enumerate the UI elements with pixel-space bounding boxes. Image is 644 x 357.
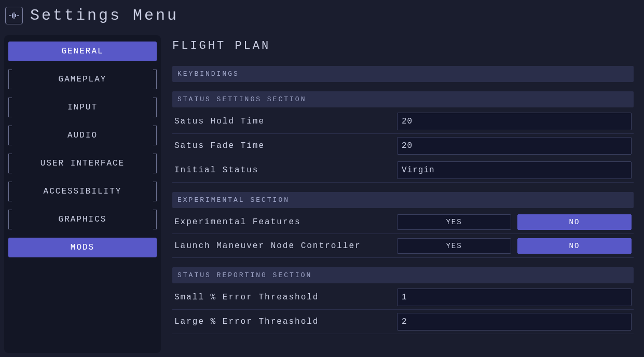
sidebar-item-general[interactable]: GENERAL — [8, 42, 157, 61]
settings-main: FLIGHT PLAN KEYBINDINGS STATUS SETTINGS … — [166, 35, 640, 353]
sidebar-item-label: GENERAL — [61, 47, 103, 56]
app-header: Settings Menu — [0, 0, 644, 31]
sidebar-item-label: GRAPHICS — [59, 215, 107, 224]
label-experimental-features: Experimental Features — [174, 217, 397, 227]
section-body-status: Satus Hold Time Satus Fade Time Initial … — [172, 109, 634, 183]
section-header-experimental[interactable]: EXPERIMENTAL SECTION — [172, 192, 634, 208]
input-status-fade-time[interactable] — [397, 137, 632, 155]
section-body-experimental: Experimental Features YES NO Launch Mane… — [172, 210, 634, 258]
control-experimental-features: YES NO — [397, 214, 632, 230]
sidebar-item-accessibility[interactable]: ACCESSIBILITY — [8, 182, 157, 201]
sidebar-item-mods[interactable]: MODS — [8, 238, 157, 257]
app-body: GENERAL GAMEPLAY INPUT AUDIO USER INTERF… — [0, 31, 644, 357]
row-status-hold-time: Satus Hold Time — [172, 109, 634, 134]
settings-sidebar: GENERAL GAMEPLAY INPUT AUDIO USER INTERF… — [4, 35, 161, 353]
toggle-launch-maneuver-yes[interactable]: YES — [397, 238, 511, 254]
control-launch-maneuver: YES NO — [397, 238, 632, 254]
row-experimental-features: Experimental Features YES NO — [172, 210, 634, 234]
label-large-error: Large % Error Threashold — [174, 317, 397, 326]
row-large-error: Large % Error Threashold — [172, 310, 634, 334]
input-large-error[interactable] — [397, 313, 632, 331]
sidebar-item-label: GAMEPLAY — [59, 75, 107, 84]
settings-icon — [5, 7, 23, 24]
input-status-hold-time[interactable] — [397, 113, 632, 130]
sidebar-item-label: ACCESSIBILITY — [44, 187, 122, 196]
input-initial-status[interactable] — [397, 161, 632, 179]
sidebar-item-label: USER INTERFACE — [40, 159, 125, 168]
control-initial-status — [397, 161, 632, 179]
toggle-experimental-features: YES NO — [397, 214, 632, 230]
sidebar-item-label: MODS — [71, 243, 94, 252]
svg-rect-2 — [12, 13, 13, 18]
page-heading: Settings Menu — [30, 7, 179, 24]
section-header-status[interactable]: STATUS SETTINGS SECTION — [172, 91, 634, 107]
toggle-launch-maneuver: YES NO — [397, 238, 632, 254]
sidebar-item-input[interactable]: INPUT — [8, 98, 157, 117]
label-status-fade-time: Satus Fade Time — [174, 141, 397, 150]
sidebar-item-gameplay[interactable]: GAMEPLAY — [8, 70, 157, 89]
mod-title: FLIGHT PLAN — [172, 39, 634, 52]
row-small-error: Small % Error Threashold — [172, 285, 634, 310]
label-initial-status: Initial Status — [174, 166, 397, 175]
label-launch-maneuver: Launch Maneuver Node Controller — [174, 241, 397, 251]
sidebar-item-user-interface[interactable]: USER INTERFACE — [8, 154, 157, 173]
input-small-error[interactable] — [397, 289, 632, 306]
sidebar-item-label: AUDIO — [67, 131, 98, 140]
control-small-error — [397, 289, 632, 306]
control-large-error — [397, 313, 632, 331]
svg-rect-4 — [15, 14, 16, 17]
row-initial-status: Initial Status — [172, 158, 634, 183]
sidebar-item-audio[interactable]: AUDIO — [8, 126, 157, 145]
row-status-fade-time: Satus Fade Time — [172, 134, 634, 158]
sidebar-item-graphics[interactable]: GRAPHICS — [8, 210, 157, 229]
row-launch-maneuver: Launch Maneuver Node Controller YES NO — [172, 234, 634, 258]
toggle-experimental-features-no[interactable]: NO — [517, 214, 632, 230]
label-small-error: Small % Error Threashold — [174, 293, 397, 302]
section-header-reporting[interactable]: STATUS REPORTING SECTION — [172, 267, 634, 283]
toggle-experimental-features-yes[interactable]: YES — [397, 214, 511, 230]
section-body-reporting: Small % Error Threashold Large % Error T… — [172, 285, 634, 334]
svg-rect-3 — [13, 12, 15, 19]
sidebar-item-label: INPUT — [67, 103, 98, 112]
control-status-hold-time — [397, 113, 632, 130]
section-header-keybindings[interactable]: KEYBINDINGS — [172, 66, 634, 82]
control-status-fade-time — [397, 137, 632, 155]
toggle-launch-maneuver-no[interactable]: NO — [517, 238, 632, 254]
label-status-hold-time: Satus Hold Time — [174, 117, 397, 126]
